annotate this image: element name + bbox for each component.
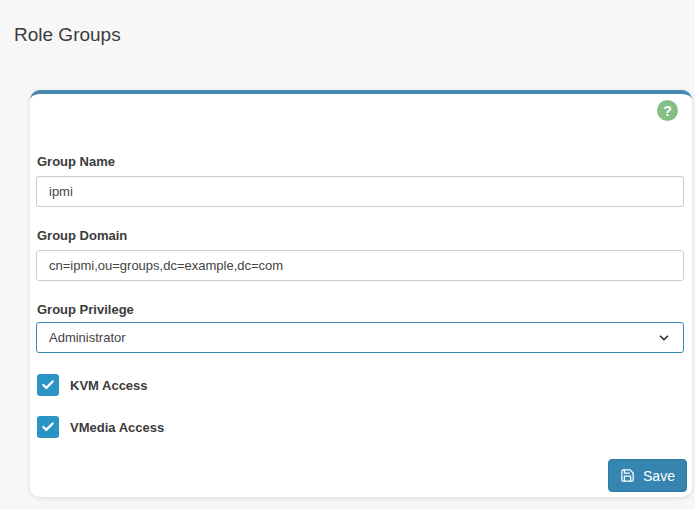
chevron-down-icon (657, 331, 671, 345)
group-name-input[interactable] (36, 176, 684, 207)
group-domain-label: Group Domain (37, 228, 127, 243)
save-button[interactable]: Save (608, 459, 687, 492)
kvm-access-label: KVM Access (70, 378, 148, 393)
kvm-access-checkbox[interactable] (37, 374, 59, 396)
checkmark-icon (41, 420, 55, 434)
group-privilege-selected-value: Administrator (49, 330, 126, 345)
save-button-label: Save (643, 468, 675, 484)
checkmark-icon (41, 378, 55, 392)
vmedia-access-checkbox-row[interactable]: VMedia Access (37, 416, 164, 438)
kvm-access-checkbox-row[interactable]: KVM Access (37, 374, 148, 396)
save-floppy-icon (620, 468, 635, 483)
help-icon[interactable]: ? (657, 100, 678, 121)
group-privilege-select[interactable]: Administrator (36, 322, 684, 353)
page-title: Role Groups (14, 24, 121, 46)
vmedia-access-label: VMedia Access (70, 420, 164, 435)
group-name-label: Group Name (37, 154, 115, 169)
role-group-form-card: ? Group Name Group Domain Group Privileg… (30, 90, 692, 497)
group-privilege-label: Group Privilege (37, 302, 134, 317)
group-domain-input[interactable] (36, 250, 684, 281)
vmedia-access-checkbox[interactable] (37, 416, 59, 438)
